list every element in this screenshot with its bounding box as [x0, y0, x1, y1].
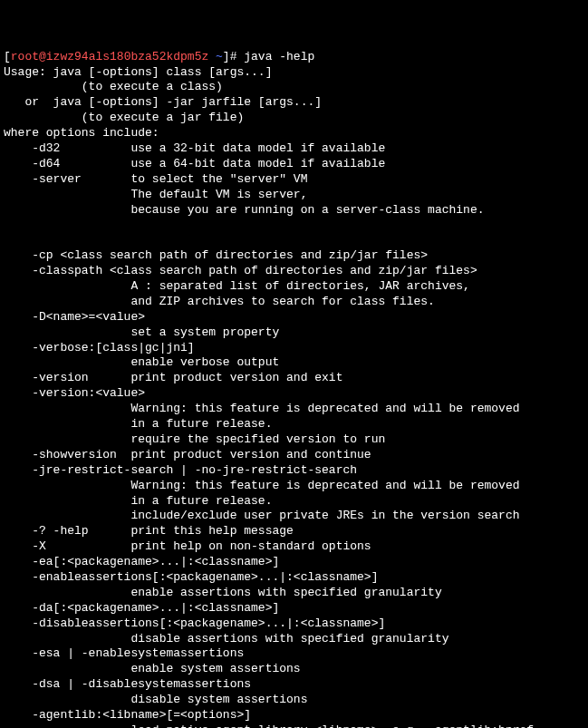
command-text: java -help — [244, 50, 314, 63]
output-line: in a future release. — [4, 494, 272, 508]
prompt-user-host: root@izwz94als180bza52kdpm5z — [11, 50, 208, 63]
output-line: -enableassertions[:<packagename>...|:<cl… — [4, 570, 378, 584]
output-line: -D<name>=<value> — [4, 310, 145, 324]
output-line: Usage: java [-options] class [args...] — [4, 65, 272, 79]
output-line: include/exclude user private JREs in the… — [4, 509, 520, 522]
output-line: -verbose:[class|gc|jni] — [4, 341, 195, 354]
output-line: Warning: this feature is deprecated and … — [4, 402, 520, 415]
output-line: where options include: — [4, 126, 159, 140]
output-line: enable assertions with specified granula… — [4, 586, 442, 599]
output-line: -classpath <class search path of directo… — [4, 264, 477, 277]
output-line: require the specified version to run — [4, 432, 385, 446]
output-line: (to execute a class) — [4, 80, 223, 93]
output-line: -d32 use a 32-bit data model if availabl… — [4, 141, 385, 155]
prompt-open: [ — [4, 50, 11, 63]
output-line: -server to select the "server" VM — [4, 172, 307, 186]
output-line: -version:<value> — [4, 386, 145, 400]
terminal-output[interactable]: [root@izwz94als180bza52kdpm5z ~]# java -… — [4, 50, 584, 728]
output-line: -version print product version and exit — [4, 371, 342, 384]
output-line: disable assertions with specified granul… — [4, 632, 448, 645]
output-line: enable system assertions — [4, 662, 301, 675]
output-line: -agentlib:<libname>[=<options>] — [4, 708, 251, 722]
prompt-path: ~ — [208, 50, 223, 63]
output-line: set a system property — [4, 325, 279, 339]
output-line: Warning: this feature is deprecated and … — [4, 479, 520, 492]
output-line: enable verbose output — [4, 355, 279, 369]
output-line: -? -help print this help message — [4, 524, 294, 538]
output-line: -disableassertions[:<packagename>...|:<c… — [4, 616, 385, 630]
output-line: -dsa | -disablesystemassertions — [4, 677, 251, 691]
output-line: in a future release. — [4, 417, 272, 431]
output-line: disable system assertions — [4, 693, 307, 706]
output-line: or java [-options] -jar jarfile [args...… — [4, 95, 322, 109]
output-line: (to execute a jar file) — [4, 111, 244, 124]
output-line: -ea[:<packagename>...|:<classname>] — [4, 555, 279, 568]
prompt-close: ]# — [223, 50, 244, 63]
output-line: -cp <class search path of directories an… — [4, 248, 428, 262]
output-line: load native agent library <libname>, e.g… — [4, 723, 534, 728]
output-line: -jre-restrict-search | -no-jre-restrict-… — [4, 463, 357, 477]
prompt-line: [root@izwz94als180bza52kdpm5z ~]# java -… — [4, 50, 314, 63]
output-line: -da[:<packagename>...|:<classname>] — [4, 601, 279, 615]
output-line: because you are running on a server-clas… — [4, 203, 485, 217]
output-line: -X print help on non-standard options — [4, 539, 371, 553]
output-line: and ZIP archives to search for class fil… — [4, 295, 435, 308]
output-line: -esa | -enablesystemassertions — [4, 646, 244, 660]
output-line: A : separated list of directories, JAR a… — [4, 279, 470, 293]
output-line: The default VM is server, — [4, 188, 307, 201]
output-line: -showversion print product version and c… — [4, 448, 371, 461]
output-line: -d64 use a 64-bit data model if availabl… — [4, 157, 385, 170]
